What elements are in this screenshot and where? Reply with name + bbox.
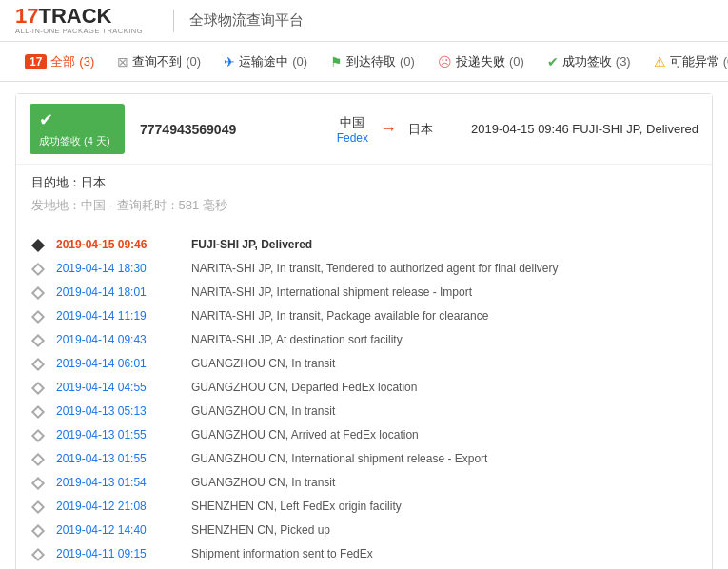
tab-all-icon: 17 — [25, 54, 47, 69]
timeline-dot-empty — [31, 286, 45, 300]
tab-transit-icon: ✈ — [224, 54, 235, 69]
timeline-dot-empty — [31, 310, 45, 324]
timeline-item: 2019-04-13 01:54GUANGZHOU CN, In transit — [31, 471, 697, 495]
timeline-description: GUANGZHOU CN, International shipment rel… — [191, 452, 487, 465]
timeline-item: 2019-04-14 18:01NARITA-SHI JP, Internati… — [31, 281, 697, 304]
timeline-item: 2019-04-14 04:55GUANGZHOU CN, Departed F… — [31, 376, 697, 400]
timeline-date: 2019-04-13 01:55 — [56, 428, 180, 441]
logo: 17 TRACK ALL-IN-ONE PACKAGE TRACKING — [15, 6, 143, 35]
tab-abnormal[interactable]: ⚠ 可能异常 (0) — [644, 48, 728, 76]
logo-17: 17 — [15, 6, 38, 27]
tab-pickup-icon: ⚑ — [330, 54, 343, 69]
tab-transit[interactable]: ✈ 运输途中 (0) — [214, 48, 317, 76]
timeline-dot-empty — [31, 453, 45, 466]
carrier-label: Fedex — [337, 131, 368, 145]
timeline-date: 2019-04-14 11:19 — [56, 309, 180, 323]
from-country: 中国 Fedex — [337, 114, 368, 145]
tab-failed-count: (0) — [509, 54, 524, 69]
tab-failed-icon: ☹ — [438, 54, 452, 69]
package-card: ✔ 成功签收 (4 天) 7774943569049 中国 Fedex → 日本… — [15, 93, 713, 569]
timeline-date: 2019-04-14 18:01 — [56, 285, 180, 299]
timeline-description: FUJI-SHI JP, Delivered — [191, 238, 312, 251]
delivery-status: FUJI-SHI JP, Delivered — [572, 122, 698, 136]
timeline-description: GUANGZHOU CN, In transit — [191, 404, 335, 418]
timeline-date: 2019-04-14 04:55 — [56, 381, 180, 394]
timeline-date: 2019-04-11 09:15 — [56, 547, 180, 560]
header-title: 全球物流查询平台 — [189, 11, 304, 29]
to-country: 日本 — [408, 121, 433, 138]
tab-delivered-count: (3) — [616, 54, 631, 69]
timeline: 2019-04-15 09:46FUJI-SHI JP, Delivered20… — [16, 229, 712, 569]
timeline-dot-empty — [31, 382, 45, 395]
timeline-date: 2019-04-13 05:13 — [56, 404, 180, 418]
tab-delivered[interactable]: ✔ 成功签收 (3) — [538, 48, 640, 76]
timeline-item: 2019-04-13 05:13GUANGZHOU CN, In transit — [31, 400, 697, 423]
timeline-date: 2019-04-15 09:46 — [56, 238, 180, 251]
delivery-time: 2019-04-15 09:46 — [471, 122, 569, 136]
timeline-description: NARITA-SHI JP, International shipment re… — [191, 285, 472, 299]
tab-notfound-count: (0) — [186, 54, 201, 69]
timeline-item: 2019-04-12 14:40SHENZHEN CN, Picked up — [31, 519, 697, 542]
logo-track: TRACK — [38, 6, 111, 27]
package-header: ✔ 成功签收 (4 天) 7774943569049 中国 Fedex → 日本… — [16, 94, 712, 165]
tab-delivered-label: 成功签收 — [562, 53, 612, 70]
timeline-item: 2019-04-14 11:19NARITA-SHI JP, In transi… — [31, 304, 697, 328]
timeline-description: GUANGZHOU CN, Departed FedEx location — [191, 381, 417, 394]
arrow-icon: → — [380, 119, 397, 139]
timeline-dot-empty — [31, 548, 45, 561]
timeline-item: 2019-04-11 09:15Shipment information sen… — [31, 542, 697, 566]
origin-label: 发地地：中国 - 查询耗时：581 毫秒 — [31, 198, 227, 212]
timeline-description: NARITA-SHI JP, At destination sort facil… — [191, 333, 403, 346]
timeline-description: NARITA-SHI JP, In transit, Package avail… — [191, 309, 488, 323]
timeline-item: 2019-04-14 06:01GUANGZHOU CN, In transit — [31, 352, 697, 376]
status-badge: ✔ 成功签收 (4 天) — [30, 104, 125, 154]
tab-abnormal-icon: ⚠ — [654, 54, 666, 69]
tab-all-count: (3) — [79, 54, 94, 69]
timeline-item: 2019-04-14 18:30NARITA-SHI JP, In transi… — [31, 257, 697, 281]
route-section: 中国 Fedex → 日本 — [337, 114, 433, 145]
timeline-description: GUANGZHOU CN, Arrived at FedEx location — [191, 428, 419, 441]
timeline-item: 2019-04-15 09:46FUJI-SHI JP, Delivered — [31, 233, 697, 257]
timeline-item: 2019-04-14 09:43NARITA-SHI JP, At destin… — [31, 328, 697, 352]
timeline-date: 2019-04-14 18:30 — [56, 262, 180, 275]
tab-pickup-count: (0) — [400, 54, 415, 69]
timeline-item: 2019-04-13 01:55GUANGZHOU CN, Internatio… — [31, 447, 697, 471]
logo-subtitle: ALL-IN-ONE PACKAGE TRACKING — [15, 27, 143, 35]
timeline-date: 2019-04-12 14:40 — [56, 523, 180, 537]
tab-pickup[interactable]: ⚑ 到达待取 (0) — [321, 48, 424, 76]
tab-all[interactable]: 17 全部 (3) — [15, 48, 104, 76]
timeline-item: 2019-04-12 21:08SHENZHEN CN, Left FedEx … — [31, 495, 697, 519]
tab-delivered-icon: ✔ — [547, 54, 559, 69]
tab-notfound-label: 查询不到 — [132, 53, 182, 70]
timeline-item: 2019-04-13 01:55GUANGZHOU CN, Arrived at… — [31, 423, 697, 447]
nav-tabs: 17 全部 (3) ⊠ 查询不到 (0) ✈ 运输途中 (0) ⚑ 到达待取 (… — [0, 42, 728, 82]
header-divider — [173, 10, 174, 32]
to-country-name: 日本 — [408, 121, 433, 138]
tracking-number: 7774943569049 — [140, 122, 337, 137]
tab-abnormal-count: (0) — [723, 54, 728, 69]
tab-notfound[interactable]: ⊠ 查询不到 (0) — [108, 48, 210, 76]
timeline-dot-empty — [31, 429, 45, 442]
tab-failed[interactable]: ☹ 投递失败 (0) — [428, 48, 534, 76]
timeline-description: SHENZHEN CN, Picked up — [191, 523, 330, 537]
delivery-info: 2019-04-15 09:46 FUJI-SHI JP, Delivered — [471, 122, 698, 136]
tab-transit-label: 运输途中 — [239, 53, 288, 70]
timeline-dot-empty — [31, 524, 45, 538]
timeline-dot-empty — [31, 263, 45, 276]
timeline-description: GUANGZHOU CN, In transit — [191, 476, 335, 489]
timeline-description: NARITA-SHI JP, In transit, Tendered to a… — [191, 262, 559, 275]
check-icon: ✔ — [39, 109, 53, 130]
tracking-info: 7774943569049 — [140, 122, 337, 137]
timeline-date: 2019-04-12 21:08 — [56, 500, 180, 513]
detail-section: 目的地：日本 发地地：中国 - 查询耗时：581 毫秒 — [16, 165, 712, 229]
tab-notfound-icon: ⊠ — [117, 54, 128, 69]
tab-all-label: 全部 — [50, 53, 75, 70]
timeline-dot-empty — [31, 405, 45, 419]
timeline-description: GUANGZHOU CN, In transit — [191, 357, 335, 370]
destination-label: 目的地：日本 — [31, 175, 106, 189]
timeline-dot-empty — [31, 500, 45, 514]
timeline-dot-empty — [31, 334, 45, 347]
from-country-name: 中国 — [340, 114, 364, 131]
origin-row: 发地地：中国 - 查询耗时：581 毫秒 — [31, 197, 697, 214]
timeline-date: 2019-04-13 01:55 — [56, 452, 180, 465]
